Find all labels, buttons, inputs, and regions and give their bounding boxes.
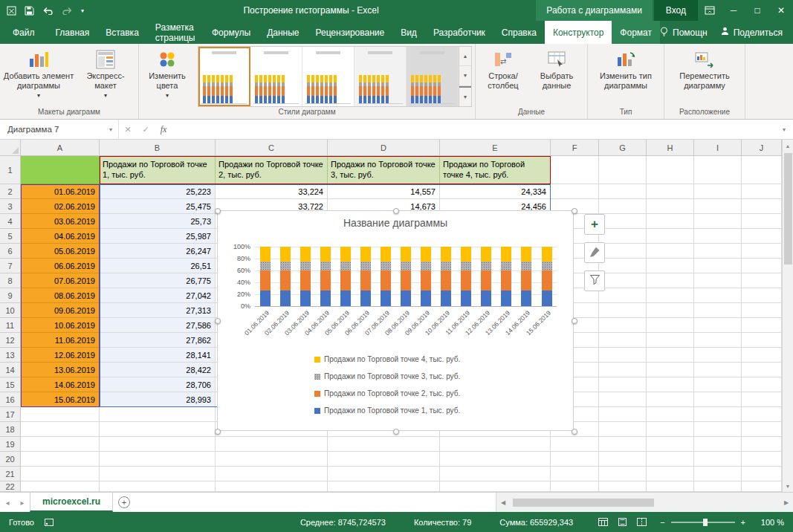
enter-icon[interactable]: ✓	[137, 120, 155, 139]
chart-bar-segment[interactable]	[381, 247, 391, 262]
legend-item[interactable]: Продажи по Торговой точке 3, тыс. руб.	[314, 372, 460, 380]
row-header-1[interactable]: 1	[0, 156, 21, 184]
row-header-11[interactable]: 11	[0, 318, 21, 333]
cell-I20[interactable]	[694, 452, 742, 467]
chart-bar[interactable]	[481, 247, 491, 306]
cell-J9[interactable]	[742, 288, 782, 303]
row-header-6[interactable]: 6	[0, 244, 21, 259]
cell-A17[interactable]	[21, 407, 100, 422]
cell-A7[interactable]: 06.06.2019	[21, 259, 100, 273]
cell-B18[interactable]	[100, 422, 216, 437]
column-header-D[interactable]: D	[328, 140, 440, 156]
cell-C22[interactable]	[216, 481, 328, 492]
cell-G18[interactable]	[599, 422, 647, 437]
row-header-17[interactable]: 17	[0, 407, 21, 422]
scroll-right-icon[interactable]: ▶	[780, 499, 793, 506]
chart-elements-button[interactable]: +	[584, 214, 605, 235]
cell-A8[interactable]: 07.06.2019	[21, 273, 100, 288]
chart-bar-segment[interactable]	[320, 291, 331, 306]
cell-H14[interactable]	[647, 363, 694, 377]
quick-layout-button[interactable]: Экспресс-макет ▾	[76, 46, 135, 106]
chart-bar-segment[interactable]	[300, 291, 311, 306]
tab-format[interactable]: Формат	[612, 21, 660, 44]
cell-J15[interactable]	[742, 377, 782, 392]
cell-F2[interactable]	[551, 184, 599, 199]
cell-I6[interactable]	[694, 244, 742, 259]
cell-I22[interactable]	[694, 481, 742, 492]
cell-J2[interactable]	[742, 184, 782, 199]
row-header-4[interactable]: 4	[0, 214, 21, 229]
cell-H10[interactable]	[647, 303, 694, 318]
cell-G7[interactable]	[599, 259, 647, 273]
column-header-C[interactable]: C	[216, 140, 328, 156]
column-header-F[interactable]: F	[551, 140, 599, 156]
sign-in-button[interactable]: Вход	[654, 0, 698, 21]
vertical-scroll-thumb[interactable]	[784, 153, 792, 265]
chart-selection-handle[interactable]	[215, 429, 221, 435]
cell-I15[interactable]	[694, 377, 742, 392]
formula-bar-expand-icon[interactable]: ▾	[775, 120, 793, 139]
chart-bar-segment[interactable]	[542, 262, 552, 270]
chart-bar-segment[interactable]	[461, 262, 471, 270]
share-button[interactable]: Поделиться	[721, 27, 783, 38]
cell-I11[interactable]	[694, 318, 742, 333]
sheet-nav-left-icon[interactable]: ◂	[0, 493, 15, 512]
insert-function-icon[interactable]: fx	[155, 120, 172, 139]
cell-G13[interactable]	[599, 348, 647, 363]
chart-bar-segment[interactable]	[260, 262, 271, 270]
cell-C1[interactable]: Продажи по Торговой точке 2, тыс. руб.	[216, 156, 328, 184]
cell-J7[interactable]	[742, 259, 782, 273]
name-box-dropdown-icon[interactable]: ▾	[109, 126, 118, 133]
tab-developer[interactable]: Разработчик	[425, 21, 493, 44]
chart-bar-segment[interactable]	[260, 247, 271, 262]
chart-bar-segment[interactable]	[421, 262, 431, 270]
minimize-button[interactable]: ─	[722, 0, 745, 21]
chart-bar[interactable]	[320, 247, 331, 306]
chart-bar-segment[interactable]	[401, 262, 411, 270]
chart-bar-segment[interactable]	[381, 270, 391, 291]
cell-G2[interactable]	[599, 184, 647, 199]
cell-J10[interactable]	[742, 303, 782, 318]
chart-selection-handle[interactable]	[215, 318, 221, 324]
chart-bar-segment[interactable]	[501, 247, 511, 262]
chart-bar-segment[interactable]	[542, 247, 552, 262]
chart[interactable]: Название диаграммы 100%80%60%40%20%0%01.…	[217, 210, 574, 431]
chart-selection-handle[interactable]	[215, 208, 221, 214]
cell-J18[interactable]	[742, 422, 782, 437]
select-all-corner[interactable]	[0, 140, 21, 156]
chart-selection-handle[interactable]	[572, 318, 577, 324]
row-header-20[interactable]: 20	[0, 452, 21, 467]
cell-I14[interactable]	[694, 363, 742, 377]
cell-G4[interactable]	[599, 214, 647, 229]
chart-bar-segment[interactable]	[300, 247, 311, 262]
cell-E22[interactable]	[440, 481, 551, 492]
chart-bar-segment[interactable]	[542, 270, 552, 291]
cell-I16[interactable]	[694, 392, 742, 407]
cell-I1[interactable]	[694, 156, 742, 184]
cell-G6[interactable]	[599, 244, 647, 259]
cell-I7[interactable]	[694, 259, 742, 273]
zoom-level[interactable]: 100 %	[751, 518, 784, 527]
zoom-slider-thumb[interactable]	[703, 519, 708, 526]
chart-bar-segment[interactable]	[521, 270, 531, 291]
sheet-nav-right-icon[interactable]: ▸	[15, 493, 30, 512]
cell-B12[interactable]: 27,862	[100, 333, 216, 348]
undo-icon[interactable]	[42, 7, 54, 15]
cell-H6[interactable]	[647, 244, 694, 259]
chart-bar-segment[interactable]	[320, 270, 331, 291]
cell-B5[interactable]: 25,987	[100, 229, 216, 244]
cell-G21[interactable]	[599, 467, 647, 481]
column-header-G[interactable]: G	[599, 140, 647, 156]
cell-H8[interactable]	[647, 273, 694, 288]
cell-J17[interactable]	[742, 407, 782, 422]
cancel-icon[interactable]: ✕	[119, 120, 137, 139]
chart-bar[interactable]	[441, 247, 451, 306]
legend-item[interactable]: Продажи по Торговой точке 4, тыс. руб.	[314, 355, 460, 363]
cell-H5[interactable]	[647, 229, 694, 244]
cell-J8[interactable]	[742, 273, 782, 288]
chart-bar[interactable]	[381, 247, 391, 306]
chart-bar[interactable]	[461, 247, 471, 306]
chart-style-option-3[interactable]	[302, 47, 355, 106]
cell-E1[interactable]: Продажи по Торговой точке 4, тыс. руб.	[440, 156, 551, 184]
cell-B6[interactable]: 26,247	[100, 244, 216, 259]
